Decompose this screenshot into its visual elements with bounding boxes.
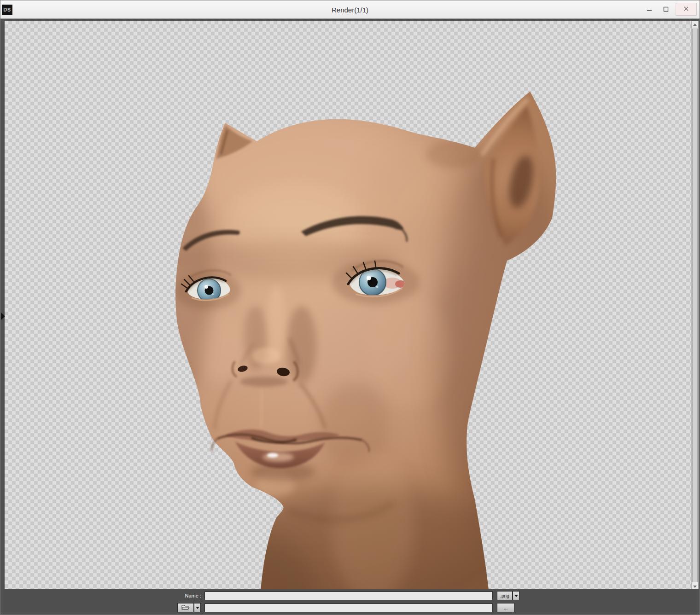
scrollbar-thumb[interactable] [692,29,698,582]
format-button-label: .png [500,593,509,598]
open-folder-icon [181,604,190,611]
render-window: DS Render(1/1) [0,0,700,615]
arrow-up-icon [693,23,697,26]
folder-dropdown-button[interactable] [194,603,201,612]
maximize-icon [663,6,669,12]
footer-bar: Name : .png . [0,589,700,615]
path-input[interactable] [204,603,493,612]
footer-row-name: Name : .png [0,590,700,601]
vertical-scrollbar[interactable] [691,21,699,590]
window-title: Render(1/1) [0,0,700,19]
render-canvas[interactable] [5,21,691,590]
footer-row-path: ... [0,602,700,613]
titlebar: DS Render(1/1) [0,0,700,19]
arrow-down-icon [693,586,697,588]
maximize-button[interactable] [659,3,673,16]
name-label: Name : [155,593,201,598]
format-button[interactable]: .png [497,591,513,600]
scroll-up-button[interactable] [692,21,698,28]
folder-button[interactable] [177,603,194,612]
name-input[interactable] [204,592,493,600]
window-controls [642,3,697,16]
splitter-arrow-icon[interactable] [1,313,5,320]
close-button[interactable] [676,3,697,16]
format-dropdown-button[interactable] [513,591,519,600]
minimize-icon [647,6,652,12]
scroll-down-button[interactable] [692,583,698,590]
chevron-down-icon [514,595,518,597]
minimize-button[interactable] [642,3,656,16]
close-icon [683,5,689,13]
render-image [5,21,691,590]
browse-button[interactable]: ... [497,603,514,612]
browse-button-label: ... [504,605,508,610]
chevron-down-icon [196,607,199,609]
